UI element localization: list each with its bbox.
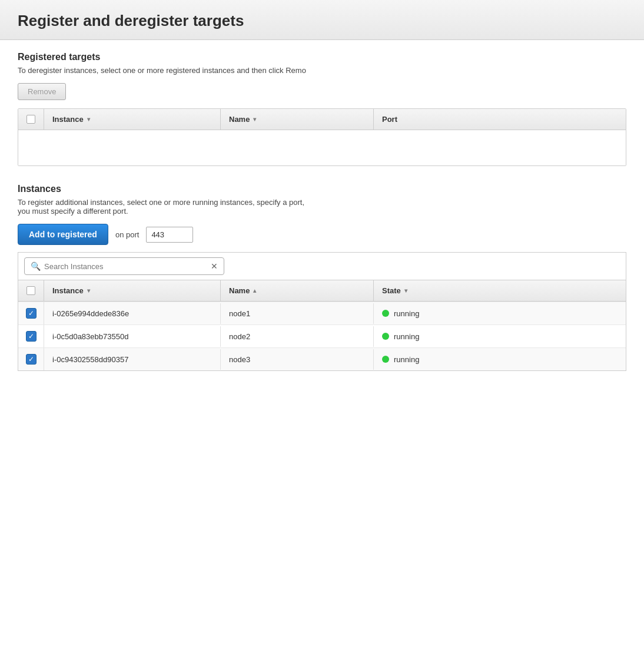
row3-checkbox[interactable]	[26, 354, 36, 365]
registered-targets-desc: To deregister instances, select one or m…	[18, 66, 626, 75]
select-all-instances-checkbox[interactable]	[26, 286, 35, 295]
page-header: Register and deregister targets	[0, 0, 644, 40]
instances-title: Instances	[18, 184, 626, 194]
instances-section: Instances To register additional instanc…	[18, 184, 626, 371]
instances-table-header: Instance Name State	[18, 280, 626, 302]
remove-button[interactable]: Remove	[18, 83, 66, 100]
header-instance-col: Instance	[44, 109, 221, 130]
inst-name-sort-icon[interactable]	[253, 288, 256, 294]
port-input[interactable]	[146, 227, 193, 243]
row3-name: node3	[221, 349, 374, 370]
row1-name: node1	[221, 303, 374, 324]
row2-state: running	[374, 326, 503, 347]
instances-header-instance-col: Instance	[44, 280, 221, 301]
row2-state-val: running	[394, 332, 419, 341]
row3-checkbox-cell	[18, 348, 44, 370]
search-bar: 🔍 ✕	[24, 257, 224, 275]
table-row: i-0265e994ddede836e node1 running	[18, 302, 626, 324]
row2-instance-id: i-0c5d0a83ebb73550d	[52, 332, 128, 341]
row1-checkbox-cell	[18, 302, 44, 324]
row3-instance-id: i-0c94302558dd90357	[52, 355, 128, 364]
registered-targets-section: Registered targets To deregister instanc…	[18, 52, 626, 166]
row3-state: running	[374, 349, 503, 370]
add-to-registered-button[interactable]: Add to registered	[18, 224, 108, 245]
instances-header-checkbox	[18, 280, 44, 301]
row2-checkbox-cell	[18, 325, 44, 347]
row1-status-dot	[382, 310, 389, 317]
inst-sort-icon[interactable]	[87, 288, 90, 294]
row3-instance: i-0c94302558dd90357	[44, 349, 221, 370]
row1-state: running	[374, 303, 503, 324]
state-col-label: State	[382, 286, 401, 295]
instances-header-state-col: State	[374, 280, 503, 301]
inst-name-col-label: Name	[229, 286, 250, 295]
add-to-registered-row: Add to registered on port	[18, 224, 626, 245]
row2-status-dot	[382, 333, 389, 340]
row2-instance: i-0c5d0a83ebb73550d	[44, 326, 221, 347]
registered-targets-empty-row	[18, 130, 626, 165]
name-sort-icon[interactable]	[253, 117, 256, 122]
search-wrapper: 🔍 ✕	[18, 252, 626, 280]
header-checkbox-cell	[18, 109, 44, 130]
instances-header-name-col: Name	[221, 280, 374, 301]
table-row: i-0c5d0a83ebb73550d node2 running	[18, 324, 626, 347]
row3-name-val: node3	[229, 355, 250, 364]
instances-table: Instance Name State i-0265e994dd	[18, 280, 626, 371]
row1-checkbox[interactable]	[26, 308, 36, 319]
state-sort-icon[interactable]	[404, 288, 407, 294]
row3-state-val: running	[394, 355, 419, 364]
registered-targets-title: Registered targets	[18, 52, 626, 62]
on-port-label: on port	[115, 230, 139, 239]
row1-name-val: node1	[229, 309, 250, 318]
registered-targets-table: Instance Name Port	[18, 108, 626, 166]
search-icon: 🔍	[31, 261, 41, 271]
row1-instance-id: i-0265e994ddede836e	[52, 309, 129, 318]
instances-desc: To register additional instances, select…	[18, 198, 626, 216]
name-col-label: Name	[229, 115, 250, 124]
instance-sort-icon[interactable]	[87, 117, 90, 122]
row3-status-dot	[382, 356, 389, 363]
header-name-col: Name	[221, 109, 374, 130]
header-port-col: Port	[374, 109, 626, 130]
row2-name-val: node2	[229, 332, 250, 341]
clear-search-icon[interactable]: ✕	[211, 261, 218, 271]
row1-instance: i-0265e994ddede836e	[44, 303, 221, 324]
port-col-label: Port	[382, 115, 397, 124]
table-row: i-0c94302558dd90357 node3 running	[18, 347, 626, 370]
row2-name: node2	[221, 326, 374, 347]
search-input[interactable]	[44, 262, 208, 271]
select-all-registered-checkbox[interactable]	[26, 115, 35, 124]
row1-state-val: running	[394, 309, 419, 318]
row2-checkbox[interactable]	[26, 331, 36, 342]
instance-col-label: Instance	[52, 115, 84, 124]
page-title: Register and deregister targets	[18, 12, 626, 30]
inst-col-label: Instance	[52, 286, 84, 295]
registered-targets-table-header: Instance Name Port	[18, 109, 626, 130]
